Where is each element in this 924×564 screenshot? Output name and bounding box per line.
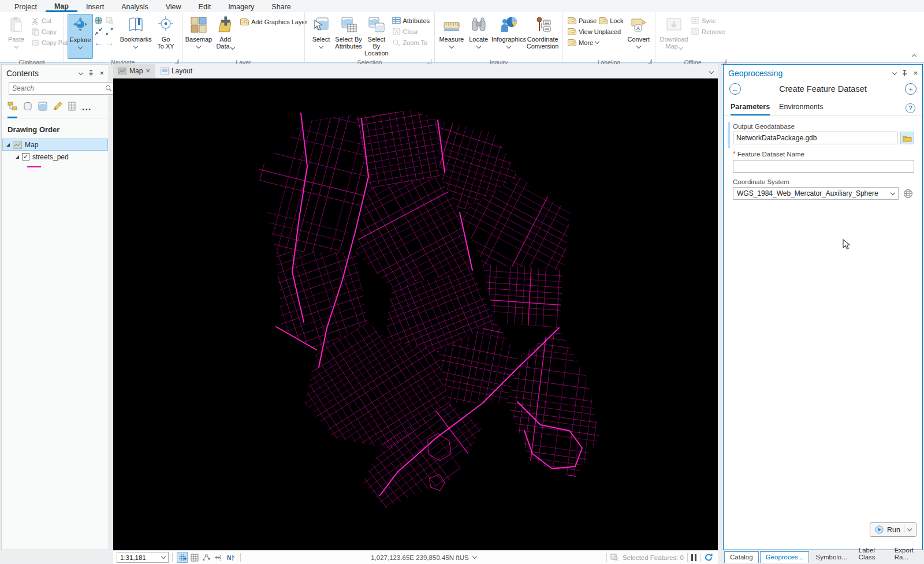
- ribbon-tab-imagery[interactable]: Imagery: [219, 1, 263, 12]
- ribbon-tab-analysis[interactable]: Analysis: [113, 1, 157, 12]
- group-layer: Basemap Add Data Add Graphics Layer Laye…: [182, 12, 304, 62]
- pin-icon[interactable]: [88, 70, 94, 77]
- remove-button[interactable]: Remove: [690, 26, 726, 37]
- explore-button[interactable]: Explore: [68, 14, 93, 59]
- tab-environments[interactable]: Environments: [779, 103, 823, 115]
- back-button[interactable]: ←: [729, 83, 741, 95]
- paste-icon: [7, 16, 25, 34]
- ribbon-tab-share[interactable]: Share: [263, 1, 299, 12]
- more-tools-icon[interactable]: ...: [82, 102, 91, 118]
- dock-tab-geoprocessing[interactable]: Geoproces...: [760, 551, 810, 563]
- zoom-to-selection-icon[interactable]: [105, 16, 114, 25]
- run-button[interactable]: Run: [870, 522, 916, 537]
- fixed-zoom-in-icon[interactable]: [94, 27, 103, 36]
- map-thumbnail-icon: [13, 141, 22, 149]
- dock-tab-export-raster[interactable]: Export Ra...: [889, 545, 924, 563]
- tab-list-chevron[interactable]: [709, 69, 714, 74]
- select-coordinate-system-button[interactable]: [901, 187, 914, 200]
- list-by-data-source-icon[interactable]: [23, 102, 32, 118]
- coordinate-system-combobox[interactable]: WGS_1984_Web_Mercator_Auxiliary_Sphere: [733, 187, 899, 200]
- ribbon-tab-project[interactable]: Project: [6, 1, 46, 12]
- paste-button[interactable]: Paste: [3, 14, 29, 59]
- contents-search-input[interactable]: [12, 84, 103, 92]
- add-graphics-layer-icon: [240, 18, 249, 25]
- map-canvas-area[interactable]: [113, 79, 718, 550]
- view-unplaced-button[interactable]: View Unplaced: [567, 26, 624, 37]
- refresh-icon[interactable]: [704, 553, 713, 562]
- lock-labels-button[interactable]: Lock: [598, 15, 624, 26]
- streets-ped-expander-icon[interactable]: [16, 155, 19, 159]
- clear-button[interactable]: Clear: [391, 26, 431, 37]
- measure-icon: [442, 16, 461, 34]
- output-geodatabase-input[interactable]: [733, 132, 897, 144]
- tree-item-map[interactable]: Map: [2, 139, 108, 151]
- map-expander-icon[interactable]: [6, 143, 10, 147]
- ribbon-tab-edit[interactable]: Edit: [190, 1, 220, 12]
- dock-tab-label-class[interactable]: Label Class: [854, 545, 888, 563]
- list-by-drawing-order-icon[interactable]: [8, 102, 17, 118]
- pause-labeling-button[interactable]: Pause: [567, 15, 598, 26]
- feature-dataset-name-input[interactable]: [733, 160, 914, 173]
- full-extent-icon[interactable]: [94, 16, 103, 25]
- streets-ped-line-swatch[interactable]: [27, 166, 41, 167]
- download-map-button[interactable]: Download Map: [659, 14, 689, 59]
- previous-extent-icon[interactable]: ←: [94, 40, 102, 46]
- contents-close-icon[interactable]: ×: [99, 70, 104, 76]
- geoprocessing-pin-icon[interactable]: [901, 70, 908, 77]
- ribbon-tab-view[interactable]: View: [157, 1, 190, 12]
- select-by-location-button[interactable]: Select By Location: [363, 14, 389, 59]
- measure-status-icon[interactable]: [213, 552, 224, 563]
- go-to-xy-button[interactable]: Go To XY: [153, 14, 178, 59]
- grid-icon[interactable]: [189, 552, 200, 563]
- search-icon[interactable]: [105, 85, 112, 92]
- map-tab-close-icon[interactable]: ×: [146, 66, 150, 75]
- map-tab[interactable]: Map ×: [113, 64, 155, 78]
- add-data-button[interactable]: Add Data: [213, 14, 238, 59]
- feature-dataset-name-label: Feature Dataset Name: [737, 151, 804, 158]
- select-button[interactable]: Select: [308, 14, 334, 59]
- basemap-button[interactable]: Basemap: [186, 14, 211, 59]
- infographics-button[interactable]: Infographics: [493, 14, 526, 59]
- add-to-model-button[interactable]: +: [905, 83, 916, 95]
- coordinates-readout[interactable]: 1,027,123.65E 239,850.45N ftUS: [371, 554, 476, 561]
- dock-tab-symbology[interactable]: Symbolo...: [810, 552, 852, 563]
- group-selection: Select Select By Attributes Select By Lo…: [304, 12, 434, 62]
- snapping-toggle-icon[interactable]: [177, 552, 188, 563]
- more-labeling-button[interactable]: More: [567, 37, 624, 48]
- coordinate-conversion-button[interactable]: Coordinate Conversion: [526, 14, 559, 59]
- browse-folder-button[interactable]: [900, 132, 914, 144]
- contents-menu-chevron[interactable]: [79, 70, 83, 74]
- layout-tab[interactable]: Layout: [155, 64, 198, 78]
- tab-parameters[interactable]: Parameters: [731, 103, 770, 115]
- contents-panel-title: Contents: [6, 69, 79, 78]
- ribbon-tab-map[interactable]: Map: [46, 1, 77, 12]
- geoprocessing-close-icon[interactable]: ×: [913, 70, 918, 76]
- street-map-canvas[interactable]: [113, 79, 718, 551]
- geoprocessing-menu-chevron[interactable]: [892, 70, 897, 74]
- lock-labels-icon: [599, 17, 608, 24]
- edit-vertices-icon[interactable]: [201, 552, 212, 563]
- attributes-button[interactable]: Attributes: [391, 15, 431, 26]
- locate-button[interactable]: Locate: [466, 14, 491, 59]
- tree-item-streets-ped[interactable]: ✓ streets_ped: [2, 151, 109, 163]
- list-by-selection-icon[interactable]: [38, 102, 47, 118]
- help-icon[interactable]: ?: [906, 103, 915, 113]
- ribbon-tab-insert[interactable]: Insert: [77, 1, 113, 12]
- convert-labels-button[interactable]: A Convert: [625, 14, 651, 59]
- streets-ped-checkbox[interactable]: ✓: [22, 153, 29, 160]
- list-by-editing-icon[interactable]: [53, 102, 62, 118]
- bookmarks-button[interactable]: Bookmarks: [120, 14, 152, 59]
- pause-drawing-icon[interactable]: [691, 554, 696, 561]
- north-arrow-icon[interactable]: N: [225, 552, 236, 563]
- select-by-attributes-button[interactable]: Select By Attributes: [335, 14, 362, 59]
- list-by-snapping-icon[interactable]: [68, 102, 76, 118]
- sync-button[interactable]: Sync: [690, 15, 726, 26]
- zoom-to-button[interactable]: Zoom To: [391, 37, 431, 48]
- fixed-zoom-out-icon[interactable]: [105, 27, 114, 36]
- scale-combobox[interactable]: 1:31,181: [117, 552, 169, 563]
- next-extent-icon[interactable]: →: [106, 40, 114, 46]
- dock-tab-catalog[interactable]: Catalog: [724, 551, 759, 563]
- measure-button[interactable]: Measure: [438, 14, 465, 59]
- add-graphics-layer-button[interactable]: Add Graphics Layer: [239, 16, 308, 27]
- copy-icon: [31, 28, 39, 36]
